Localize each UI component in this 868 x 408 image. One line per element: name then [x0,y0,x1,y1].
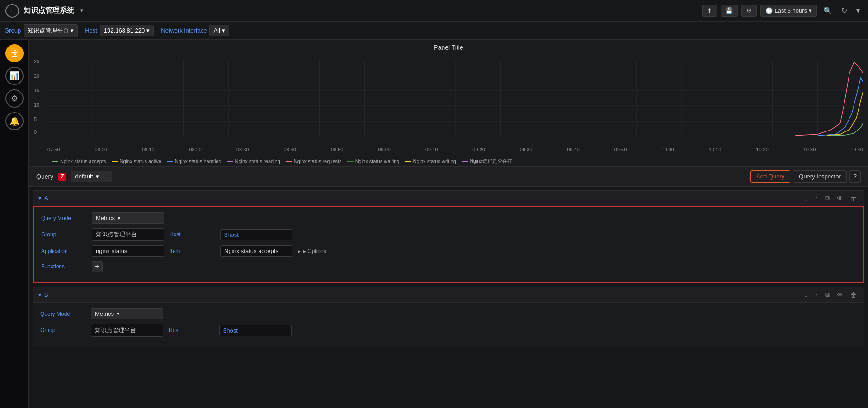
search-button[interactable]: 🔍 [821,5,835,17]
query-a-group-label: Group [41,231,86,238]
legend-label-accepts: Nginx status accepts [60,159,106,164]
x-label-0850: 08:50 [331,147,344,152]
query-a-app-label: Application [41,248,86,254]
chart-area: 25 20 15 10 5 0 [29,55,868,155]
x-label-0840: 08:40 [283,147,296,152]
x-axis-labels: 07:50 08:00 08:10 08:20 08:30 08:40 08:5… [47,147,863,152]
query-b-group-label: Group [40,327,85,333]
query-a-delete[interactable]: 🗑 [849,194,859,203]
legend-label-requests: Nginx status requests [294,159,342,164]
back-button[interactable]: ← [5,4,19,18]
sidebar-item-bell[interactable]: 🔔 [5,112,24,130]
query-a-functions-label: Functions [41,263,86,270]
add-query-button[interactable]: Add Query [750,170,790,183]
host-filter-label: Host [85,27,97,34]
database-icon: 🗄 [10,48,19,59]
query-inspector-button[interactable]: Query Inspector [793,170,847,183]
legend-dot-writing [405,161,411,162]
query-a-options-button[interactable]: ▸ ▸ Options: [298,248,328,254]
query-a-move-down[interactable]: ↓ [802,194,809,203]
datasource-select[interactable]: default ▾ [71,171,112,182]
legend-writing: Nginx status writing [405,159,456,164]
query-b-move-down[interactable]: ↓ [802,291,809,300]
legend-label-waiting: Nginx status waiting [355,159,400,164]
x-label-1040: 10:40 [850,147,863,152]
query-b-duplicate[interactable]: ⧉ [823,290,831,300]
query-a-move-up[interactable]: ↑ [813,194,820,203]
panel-title: Panel Title [434,44,463,51]
query-a-add-function-button[interactable]: + [92,261,103,272]
host-filter-value: 192.168.81.220 [104,27,145,34]
x-label-0800: 08:00 [94,147,107,152]
x-label-0930: 09:30 [520,147,533,152]
save-button[interactable]: 💾 [721,5,738,17]
panel-title-bar: Panel Title [29,40,868,55]
sidebar-item-chart[interactable]: 📊 [5,67,24,85]
host-filter-dropdown[interactable]: 192.168.81.220 ▾ [100,25,154,36]
query-a-duplicate[interactable]: ⧉ [823,193,831,203]
query-a-label: ▾ A [38,195,48,202]
sidebar-item-database[interactable]: 🗄 [5,44,24,62]
query-a-mode-label: Query Mode [41,215,86,221]
query-a-host-label: Host [170,231,215,238]
query-a-group-value[interactable]: 知识点管理平台 [92,228,164,241]
more-button[interactable]: ▾ [854,5,863,17]
query-a-app-row: Application nginx status Item Nginx stat… [41,245,856,257]
query-b-label: ▾ B [38,291,48,298]
query-a-mode-select[interactable]: Metrics ▾ [92,212,164,224]
x-label-0910: 09:10 [425,147,438,152]
app-dropdown-arrow[interactable]: ▾ [80,8,83,14]
query-label: Query [36,173,53,180]
query-b-host-value[interactable]: $host [219,325,292,336]
query-b-mode-row: Query Mode Metrics ▾ [40,308,857,319]
query-b-group-value[interactable]: 知识点管理平台 [91,324,163,337]
query-b-actions: ↓ ↑ ⧉ 👁 🗑 [802,290,859,300]
x-label-0950: 09:50 [614,147,627,152]
query-b-form: Query Mode Metrics ▾ Group 知识点管理平台 Host … [33,303,864,347]
help-button[interactable]: ? [849,170,861,183]
sidebar-item-settings[interactable]: ⚙ [5,89,24,108]
group-filter-value: 知识点管理平台 [28,27,69,35]
query-b-delete[interactable]: 🗑 [849,291,859,300]
query-b-toggle-visibility[interactable]: 👁 [835,291,845,300]
group-filter-dropdown[interactable]: 知识点管理平台 ▾ [24,24,78,37]
query-block-b-header: ▾ B ↓ ↑ ⧉ 👁 🗑 [33,287,864,303]
legend-dot-active [112,161,118,162]
legend-accepts: Nginx status accepts [52,159,106,164]
time-range-button[interactable]: 🕐 Last 3 hours ▾ [760,5,817,17]
legend-dot-waiting [347,161,354,162]
time-dropdown-arrow: ▾ [809,7,812,14]
y-label-5: 5 [34,117,37,122]
settings-button[interactable]: ⚙ [741,5,757,17]
legend-process: Nginx进程是否存在 [462,158,512,164]
x-label-1020: 10:20 [756,147,769,152]
query-a-host-value[interactable]: $host [220,229,292,240]
chart-svg [47,60,863,136]
clock-icon: 🕐 [765,7,773,14]
refresh-button[interactable]: ↻ [839,5,850,17]
share-button[interactable]: ⬆ [702,5,717,17]
app-title: 知识点管理系统 [24,6,74,15]
save-icon: 💾 [726,7,733,14]
host-dropdown-arrow: ▾ [146,27,150,34]
query-a-collapse-icon[interactable]: ▾ [38,195,42,202]
datasource-letter: Z [61,174,64,180]
legend-dot-accepts [52,161,58,162]
query-block-b: ▾ B ↓ ↑ ⧉ 👁 🗑 Query Mode [33,287,864,347]
x-label-0810: 08:10 [142,147,155,152]
query-a-app-value[interactable]: nginx status [92,245,164,257]
query-b-move-up[interactable]: ↑ [813,291,820,300]
query-a-mode-row: Query Mode Metrics ▾ [41,212,856,224]
x-label-0830: 08:30 [236,147,249,152]
query-b-mode-select[interactable]: Metrics ▾ [91,308,163,319]
legend-waiting: Nginx status waiting [347,159,400,164]
query-a-actions: ↓ ↑ ⧉ 👁 🗑 [802,193,859,203]
query-a-toggle-visibility[interactable]: 👁 [835,194,845,203]
query-a-item-value[interactable]: Nginx status accepts [220,245,292,257]
network-filter-dropdown[interactable]: All ▾ [209,25,229,36]
chart-panel: Panel Title 25 20 15 10 5 0 [29,40,868,167]
x-label-0820: 08:20 [189,147,202,152]
top-bar-left: ← 知识点管理系统 ▾ [5,4,83,18]
gear-icon: ⚙ [11,94,18,103]
query-b-collapse-icon[interactable]: ▾ [38,291,42,298]
